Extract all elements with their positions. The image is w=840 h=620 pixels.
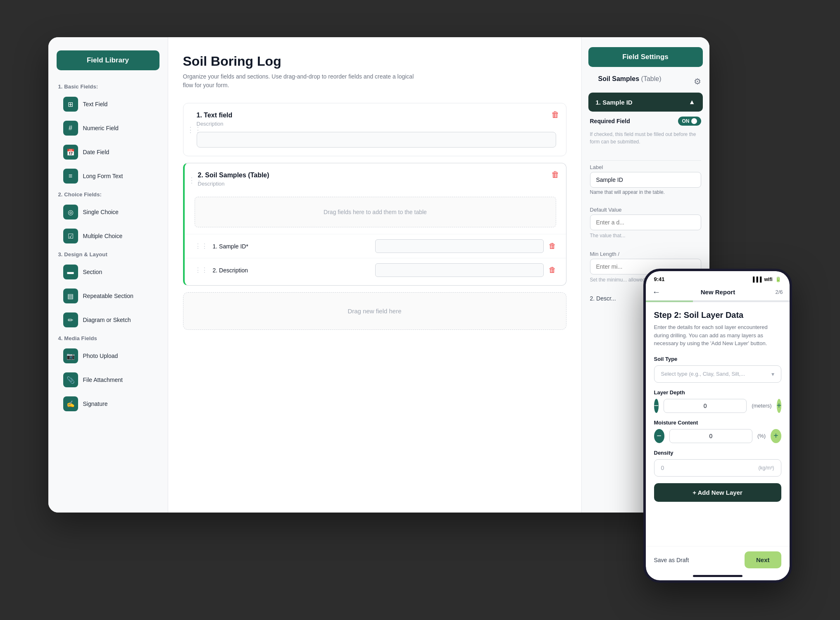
density-unit: (kg/m³) xyxy=(759,465,774,471)
active-field-row[interactable]: 1. Sample ID ▲ xyxy=(588,93,703,112)
table-section-delete-button[interactable]: 🗑 xyxy=(551,170,559,179)
outer-wrapper: Field Library 1. Basic Fields: ⊞ Text Fi… xyxy=(48,37,792,583)
numeric-field-icon: # xyxy=(63,121,78,136)
sidebar-item-long-form-text[interactable]: ≡ Long Form Text xyxy=(53,165,163,188)
settings-block-label: Label Name that will appear in the table… xyxy=(582,164,709,207)
drag-handle-table[interactable]: ⋮⋮ xyxy=(188,176,203,185)
table-row-2-input[interactable] xyxy=(375,263,544,277)
settings-block-default-value: Default Value The value that... xyxy=(582,207,709,251)
sidebar-label-repeatable-section: Repeatable Section xyxy=(83,293,133,299)
phone-screen: 9:41 ▐▐▐ wifi 🔋 ← New Report 2/6 Step 2:… xyxy=(646,271,790,580)
phone-back-button[interactable]: ← xyxy=(652,287,661,297)
sidebar-label-diagram-sketch: Diagram or Sketch xyxy=(83,317,131,323)
sidebar-category-2: 2. Choice Fields: xyxy=(48,188,168,200)
sidebar-item-photo-upload[interactable]: 📷 Photo Upload xyxy=(53,344,163,367)
page-subtitle: Organize your fields and sections. Use d… xyxy=(183,72,414,90)
right-panel-section-label: Soil Samples (Table) xyxy=(590,75,670,88)
layer-depth-plus-button[interactable]: + xyxy=(777,399,782,413)
density-placeholder: 0 xyxy=(661,465,664,471)
date-field-icon: 📅 xyxy=(63,145,78,160)
table-row-2-label: 2. Description xyxy=(213,267,371,274)
sidebar-label-date-field: Date Field xyxy=(83,149,109,155)
moisture-plus-button[interactable]: + xyxy=(771,429,781,443)
phone-step-title: Step 2: Soil Layer Data xyxy=(654,310,781,320)
required-field-toggle[interactable]: ON xyxy=(678,117,701,126)
label-field-input[interactable] xyxy=(590,172,701,188)
layer-depth-input[interactable] xyxy=(664,399,747,413)
page-title: Soil Boring Log xyxy=(183,54,566,69)
sidebar-label-multiple-choice: Multiple Choice xyxy=(83,233,123,239)
next-label: Next xyxy=(756,556,770,563)
required-field-desc: If checked, this field must be filled ou… xyxy=(590,131,701,145)
table-drop-zone[interactable]: Drag fields here to add them to the tabl… xyxy=(195,197,556,227)
sidebar-label-file-attachment: File Attachment xyxy=(83,377,123,383)
table-row-2-drag-handle[interactable]: ⋮⋮ xyxy=(195,266,208,274)
phone-nav: ← New Report 2/6 xyxy=(646,284,790,300)
sidebar-item-file-attachment[interactable]: 📎 File Attachment xyxy=(53,368,163,391)
drag-handle-1[interactable]: ⋮⋮ xyxy=(187,125,202,134)
phone-footer: Save as Draft Next xyxy=(646,546,790,575)
gear-icon[interactable]: ⚙ xyxy=(694,76,701,86)
sidebar-item-repeatable-section[interactable]: ▤ Repeatable Section xyxy=(53,284,163,308)
repeatable-section-icon: ▤ xyxy=(63,289,78,303)
phone-time: 9:41 xyxy=(654,276,665,282)
default-value-input[interactable] xyxy=(590,215,701,230)
table-row-2-delete-button[interactable]: 🗑 xyxy=(549,266,556,274)
table-row-1-drag-handle[interactable]: ⋮⋮ xyxy=(195,242,208,250)
default-value-hint: The value that... xyxy=(590,232,701,239)
sidebar-item-numeric-field[interactable]: # Numeric Field xyxy=(53,117,163,140)
moisture-minus-button[interactable]: − xyxy=(654,429,664,443)
sidebar-item-signature[interactable]: ✍ Signature xyxy=(53,392,163,415)
table-row-1-input[interactable] xyxy=(375,239,544,253)
add-new-layer-button[interactable]: + Add New Layer xyxy=(654,483,781,502)
section-icon: ▬ xyxy=(63,265,78,279)
toggle-status: ON xyxy=(682,118,690,124)
settings-block-required: Required Field ON If checked, this field… xyxy=(582,117,709,157)
table-row-1-label: 1. Sample ID* xyxy=(213,243,371,250)
sidebar-item-diagram-sketch[interactable]: ✏ Diagram or Sketch xyxy=(53,308,163,331)
long-form-text-icon: ≡ xyxy=(63,169,78,184)
field-1-delete-button[interactable]: 🗑 xyxy=(551,110,559,119)
table-section-title: 2. Soil Samples (Table) xyxy=(198,172,556,179)
signal-icon: ▐▐▐ xyxy=(751,277,762,282)
main-card: Field Library 1. Basic Fields: ⊞ Text Fi… xyxy=(48,37,709,513)
sidebar-item-date-field[interactable]: 📅 Date Field xyxy=(53,141,163,164)
sidebar-item-multiple-choice[interactable]: ☑ Multiple Choice xyxy=(53,224,163,248)
save-draft-button[interactable]: Save as Draft xyxy=(654,557,689,563)
layer-depth-row: − (meters) + xyxy=(654,399,781,413)
single-choice-icon: ◎ xyxy=(63,205,78,219)
sidebar-item-single-choice[interactable]: ◎ Single Choice xyxy=(53,200,163,224)
moisture-content-input[interactable] xyxy=(669,429,752,443)
sidebar-item-text-field[interactable]: ⊞ Text Field xyxy=(53,93,163,116)
required-field-label: Required Field xyxy=(590,118,630,124)
field-1-input[interactable] xyxy=(197,132,556,148)
main-content: Soil Boring Log Organize your fields and… xyxy=(168,37,581,513)
table-section-desc: Description xyxy=(198,181,556,187)
phone-content: Step 2: Soil Layer Data Enter the detail… xyxy=(646,302,790,546)
divider-1 xyxy=(590,160,701,161)
soil-type-chevron: ▾ xyxy=(771,371,774,377)
save-draft-label: Save as Draft xyxy=(654,557,689,563)
soil-type-label: Soil Type xyxy=(654,356,781,362)
sidebar-label-photo-upload: Photo Upload xyxy=(83,353,118,359)
density-field[interactable]: 0 (kg/m³) xyxy=(654,459,781,477)
table-row-1: ⋮⋮ 1. Sample ID* 🗑 xyxy=(185,234,566,258)
sidebar: Field Library 1. Basic Fields: ⊞ Text Fi… xyxy=(48,37,168,513)
layer-depth-unit: (meters) xyxy=(752,403,771,409)
sidebar-label-section: Section xyxy=(83,269,102,275)
soil-type-placeholder: Select type (e.g., Clay, Sand, Silt,... xyxy=(661,371,745,377)
phone-home-indicator xyxy=(693,575,742,577)
phone-nav-title: New Report xyxy=(664,289,772,296)
drag-new-field-zone[interactable]: Drag new field here xyxy=(183,292,566,330)
sidebar-category-4: 4. Media Fields xyxy=(48,332,168,344)
table-row-1-delete-button[interactable]: 🗑 xyxy=(549,242,556,250)
layer-depth-minus-button[interactable]: − xyxy=(654,399,659,413)
phone-step-desc: Enter the details for each soil layer en… xyxy=(654,323,781,348)
sidebar-item-section[interactable]: ▬ Section xyxy=(53,260,163,284)
sidebar-label-single-choice: Single Choice xyxy=(83,209,119,215)
label-field-label: Label xyxy=(590,164,701,170)
soil-type-select[interactable]: Select type (e.g., Clay, Sand, Silt,... … xyxy=(654,365,781,383)
field-1-desc: Description xyxy=(197,121,556,127)
next-button[interactable]: Next xyxy=(745,551,781,568)
table-drop-zone-text: Drag fields here to add them to the tabl… xyxy=(324,209,427,215)
